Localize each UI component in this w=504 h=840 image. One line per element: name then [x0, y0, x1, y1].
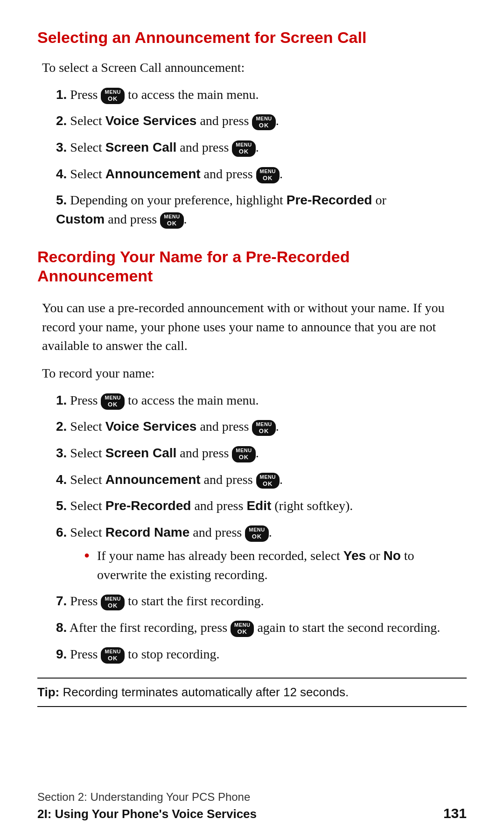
- step-number: 9.: [56, 647, 67, 661]
- step-number: 2.: [56, 113, 67, 128]
- step-number: 6.: [56, 525, 67, 539]
- list-item: 5. Depending on your preference, highlig…: [51, 191, 467, 229]
- list-item: 3. Select Screen Call and press MENUOK.: [51, 444, 467, 463]
- step-number: 2.: [56, 419, 67, 434]
- menu-ok-button: MENUOK: [232, 140, 255, 157]
- menu-ok-button: MENUOK: [231, 621, 254, 637]
- footer-section: Section 2: Understanding Your PCS Phone: [37, 791, 467, 804]
- tip-box: Tip: Recording terminates automatically …: [37, 678, 467, 707]
- list-item: 4. Select Announcement and press MENUOK.: [51, 470, 467, 490]
- footer-subsection: 2I: Using Your Phone's Voice Services: [37, 807, 257, 821]
- bold-text: Record Name: [105, 525, 190, 539]
- bold-text: Edit: [246, 498, 271, 513]
- list-item: 5. Select Pre-Recorded and press Edit (r…: [51, 497, 467, 516]
- menu-ok-button: MENUOK: [256, 167, 280, 183]
- bold-text: No: [383, 548, 400, 563]
- bold-text: Custom: [56, 212, 105, 226]
- step-number: 8.: [56, 620, 67, 635]
- footer: Section 2: Understanding Your PCS Phone …: [37, 791, 467, 821]
- list-item: 1. Press MENUOK to access the main menu.: [51, 391, 467, 410]
- step-number: 1.: [56, 393, 67, 407]
- tip-text: Recording terminates automatically after…: [59, 685, 349, 699]
- list-item: 3. Select Screen Call and press MENUOK.: [51, 138, 467, 157]
- menu-ok-button: MENUOK: [160, 212, 183, 229]
- step-number: 4.: [56, 472, 67, 487]
- bold-text: Voice Services: [105, 113, 197, 128]
- bold-text: Announcement: [105, 167, 201, 181]
- menu-ok-button: MENUOK: [101, 647, 124, 664]
- section2-steps: 1. Press MENUOK to access the main menu.…: [51, 391, 467, 664]
- section1-steps: 1. Press MENUOK to access the main menu.…: [51, 85, 467, 229]
- step-number: 5.: [56, 498, 67, 513]
- list-item: 9. Press MENUOK to stop recording.: [51, 645, 467, 664]
- footer-page-number: 131: [443, 805, 467, 821]
- bold-text: Pre-Recorded: [287, 193, 372, 207]
- tip-label: Tip:: [37, 685, 59, 699]
- section1-intro: To select a Screen Call announcement:: [42, 60, 467, 75]
- menu-ok-button: MENUOK: [101, 393, 124, 410]
- section2-intro: To record your name:: [42, 366, 467, 381]
- menu-ok-button: MENUOK: [101, 88, 124, 104]
- bullet-list: If your name has already been recorded, …: [84, 546, 467, 584]
- bold-text: Screen Call: [105, 140, 177, 154]
- menu-ok-button: MENUOK: [232, 446, 255, 462]
- step-number: 7.: [56, 594, 67, 608]
- section1-title: Selecting an Announcement for Screen Cal…: [37, 28, 467, 47]
- list-item: If your name has already been recorded, …: [84, 546, 467, 584]
- list-item: 8. After the first recording, press MENU…: [51, 618, 467, 637]
- footer-bottom: 2I: Using Your Phone's Voice Services 13…: [37, 805, 467, 821]
- step-number: 5.: [56, 193, 67, 207]
- menu-ok-button: MENUOK: [256, 473, 280, 489]
- menu-ok-button: MENUOK: [101, 595, 124, 611]
- list-item: 1. Press MENUOK to access the main menu.: [51, 85, 467, 105]
- step-number: 1.: [56, 87, 67, 102]
- step-number: 4.: [56, 167, 67, 181]
- list-item: 2. Select Voice Services and press MENUO…: [51, 417, 467, 436]
- section2-description: You can use a pre-recorded announcement …: [42, 299, 467, 356]
- list-item: 2. Select Voice Services and press MENUO…: [51, 112, 467, 131]
- bold-text: Yes: [343, 548, 366, 563]
- bold-text: Announcement: [105, 472, 201, 487]
- menu-ok-button: MENUOK: [252, 114, 275, 131]
- menu-ok-button: MENUOK: [245, 525, 268, 542]
- list-item: 4. Select Announcement and press MENUOK.: [51, 165, 467, 184]
- step-number: 3.: [56, 140, 67, 154]
- step-number: 3.: [56, 446, 67, 460]
- bold-text: Voice Services: [105, 419, 197, 434]
- list-item: 6. Select Record Name and press MENUOK. …: [51, 523, 467, 585]
- menu-ok-button: MENUOK: [252, 420, 275, 436]
- bold-text: Pre-Recorded: [105, 498, 191, 513]
- bold-text: Screen Call: [105, 446, 177, 460]
- list-item: 7. Press MENUOK to start the first recor…: [51, 592, 467, 611]
- section2-title: Recording Your Name for a Pre-Recorded A…: [37, 247, 467, 286]
